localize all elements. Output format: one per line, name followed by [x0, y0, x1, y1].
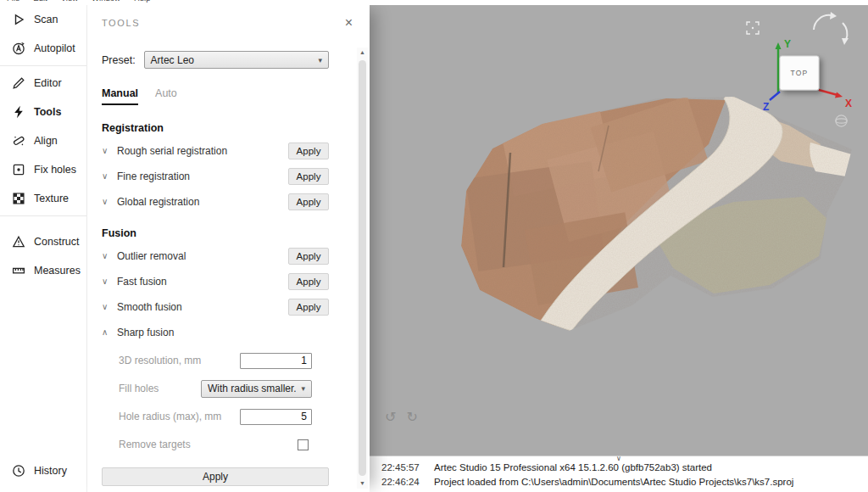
fill-holes-select[interactable]: With radius smaller... ▾	[201, 380, 312, 398]
sidebar-item-label: Align	[34, 135, 58, 147]
fill-holes-value: With radius smaller...	[208, 383, 296, 394]
chevron-down-icon[interactable]: ∨	[102, 146, 117, 155]
tool-label: Fast fusion	[117, 276, 288, 288]
construct-triangle-icon	[11, 234, 26, 249]
sidebar-item-label: Fix holes	[34, 164, 76, 176]
apply-button[interactable]: Apply	[288, 248, 329, 265]
sidebar-divider	[0, 215, 86, 216]
undo-redo-group: ↺ ↻	[385, 409, 418, 425]
globe-icon[interactable]	[834, 114, 849, 128]
apply-button[interactable]: Apply	[288, 168, 329, 185]
tool-label: Smooth fusion	[117, 301, 288, 313]
log-timestamp: 22:46:24	[381, 476, 426, 488]
preset-select[interactable]: Artec Leo ▾	[144, 51, 329, 69]
tab-manual[interactable]: Manual	[102, 87, 138, 105]
axis-x-label: X	[845, 98, 852, 109]
sidebar-item-autopilot[interactable]: Autopilot	[0, 34, 86, 63]
sidebar-item-label: Autopilot	[34, 42, 75, 54]
navigation-cube[interactable]: Y TOP X Z	[761, 34, 854, 115]
sidebar-item-construct[interactable]: Construct	[0, 227, 86, 256]
history-clock-icon	[11, 463, 26, 478]
undo-icon[interactable]: ↺	[385, 409, 396, 425]
chevron-down-icon[interactable]: ∨	[102, 302, 117, 311]
tool-label: Fine registration	[117, 171, 288, 182]
pencil-icon	[11, 75, 26, 91]
tab-auto[interactable]: Auto	[155, 87, 177, 105]
redo-icon[interactable]: ↻	[406, 409, 417, 425]
menu-item-help[interactable]: Help	[134, 0, 151, 3]
section-title-fusion: Fusion	[102, 227, 329, 239]
apply-button[interactable]: Apply	[288, 299, 329, 316]
log-message: Artec Studio 15 Professional x64 15.1.2.…	[434, 461, 712, 473]
sidebar-item-scan[interactable]: Scan	[0, 5, 86, 34]
apply-button[interactable]: Apply	[288, 143, 329, 159]
panel-scrollbar[interactable]: ▲ ▼	[357, 48, 368, 489]
viewport-3d[interactable]: Y TOP X Z ↺ ↻	[370, 5, 868, 456]
close-icon[interactable]: ×	[345, 17, 353, 29]
apply-button[interactable]: Apply	[288, 273, 329, 290]
resolution-input[interactable]	[240, 353, 312, 369]
tool-row-sharp-fusion: ∧ Sharp fusion	[102, 323, 329, 341]
menu-item-view[interactable]: View	[61, 0, 78, 3]
sidebar-item-label: Editor	[34, 77, 62, 89]
tool-row-outlier-removal: ∨ Outlier removal Apply	[102, 247, 329, 265]
sidebar-item-label: Scan	[34, 14, 58, 25]
cube-face-label[interactable]: TOP	[791, 69, 809, 77]
section-title-registration: Registration	[102, 122, 329, 134]
menu-item-file[interactable]: File	[7, 0, 19, 3]
sidebar: Scan Autopilot Editor Tools Align Fix ho…	[0, 5, 87, 492]
sidebar-item-measures[interactable]: Measures	[0, 256, 86, 285]
chevron-down-icon[interactable]: ∨	[102, 197, 117, 206]
chevron-down-icon[interactable]: ∨	[102, 277, 117, 286]
preset-label: Preset:	[102, 54, 136, 66]
sharp-fusion-settings: 3D resolution, mm Fill holes With radius…	[119, 352, 329, 453]
axis-y-label: Y	[784, 38, 791, 50]
log-timestamp: 22:45:57	[381, 461, 426, 473]
apply-button[interactable]: Apply	[288, 193, 329, 210]
axis-z-label: Z	[763, 101, 769, 113]
tool-label: Sharp fusion	[117, 327, 329, 338]
tool-label: Global registration	[117, 196, 288, 208]
log-row: 22:46:24 Project loaded from C:\Users\ad…	[381, 476, 868, 488]
sidebar-divider	[0, 65, 86, 66]
tool-row-smooth-fusion: ∨ Smooth fusion Apply	[102, 298, 329, 316]
sidebar-item-label: Construct	[34, 236, 80, 248]
sidebar-item-label: Measures	[34, 265, 81, 277]
log-collapse-icon[interactable]: ∨	[616, 455, 621, 462]
sidebar-item-history[interactable]: History	[0, 456, 86, 485]
sidebar-item-editor[interactable]: Editor	[0, 69, 86, 98]
hole-radius-label: Hole radius (max), mm	[119, 411, 221, 422]
chevron-up-icon[interactable]: ∧	[102, 327, 117, 337]
tool-row-fine-registration: ∨ Fine registration Apply	[102, 167, 329, 185]
crosshair-icon[interactable]	[745, 20, 760, 36]
fill-holes-label: Fill holes	[119, 383, 159, 394]
sidebar-item-align[interactable]: Align	[0, 126, 86, 155]
tools-panel: TOOLS × Preset: Artec Leo ▾ Manual Auto …	[87, 5, 370, 492]
chevron-down-icon[interactable]: ∨	[102, 171, 117, 181]
scroll-up-icon[interactable]: ▲	[357, 48, 368, 58]
tool-label: Rough serial registration	[117, 145, 288, 157]
hole-radius-input[interactable]	[240, 409, 312, 425]
lightning-icon	[11, 104, 26, 120]
align-brush-icon	[11, 133, 26, 148]
remove-targets-checkbox[interactable]	[298, 439, 309, 450]
scrollbar-thumb[interactable]	[359, 60, 366, 476]
scan-play-icon	[11, 12, 26, 27]
menu-item-edit[interactable]: Edit	[33, 0, 47, 3]
chevron-down-icon: ▾	[301, 384, 305, 393]
tool-row-rough-serial-registration: ∨ Rough serial registration Apply	[102, 142, 329, 159]
sidebar-item-tools[interactable]: Tools	[0, 98, 86, 126]
sharp-fusion-apply-button[interactable]: Apply	[102, 467, 329, 486]
panel-title: TOOLS	[102, 18, 140, 28]
chevron-down-icon[interactable]: ∨	[102, 251, 117, 260]
scroll-down-icon[interactable]: ▼	[357, 478, 368, 489]
remove-targets-label: Remove targets	[119, 439, 191, 450]
log-row: 22:45:57 Artec Studio 15 Professional x6…	[381, 461, 868, 473]
menu-bar: File Edit View Window Help	[0, 0, 868, 5]
sidebar-item-fix-holes[interactable]: Fix holes	[0, 155, 86, 184]
sidebar-item-texture[interactable]: Texture	[0, 184, 86, 213]
log-message: Project loaded from C:\Users\admin\Docum…	[434, 476, 793, 488]
sidebar-item-label: Tools	[34, 106, 61, 118]
menu-item-window[interactable]: Window	[92, 0, 120, 3]
scan-model[interactable]	[454, 93, 853, 339]
